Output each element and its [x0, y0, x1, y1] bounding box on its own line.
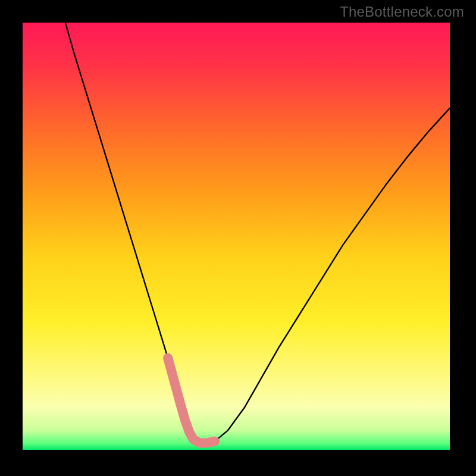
watermark-text: TheBottleneck.com — [340, 4, 464, 20]
plot-background — [23, 23, 450, 450]
chart-container: TheBottleneck.com — [0, 0, 476, 476]
chart-svg — [0, 0, 476, 476]
